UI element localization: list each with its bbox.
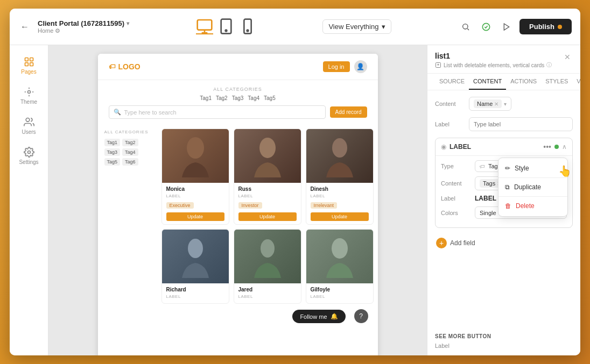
label-field-label-text: Label <box>441 195 470 202</box>
delete-icon: 🗑 <box>505 202 511 210</box>
categories-section: ALL CATEGORIES Tag1 Tag2 Tag3 Tag4 Tag5 <box>98 80 378 105</box>
collapse-button[interactable]: ∧ <box>562 143 567 151</box>
tag-item[interactable]: Tag5 <box>264 95 276 101</box>
sidebar-item-users[interactable]: Users <box>14 112 44 140</box>
breadcrumb: Home ⚙ <box>38 27 129 34</box>
sidebar-item-theme[interactable]: Theme <box>14 82 44 110</box>
left-filters: ALL CATEGORIES Tag1 Tag2 Tag3 Tag4 Tag5 … <box>98 124 157 308</box>
more-options-button[interactable]: ••• <box>543 142 551 151</box>
menu-item-style[interactable]: ✏ Style <box>498 160 567 176</box>
publish-button[interactable]: Publish <box>519 19 572 34</box>
card-info-russ: Russ LABEL Investor Update <box>234 183 301 224</box>
tag-item[interactable]: Tag2 <box>216 95 228 101</box>
tag-item[interactable]: Tag1 <box>200 95 212 101</box>
status-icon[interactable] <box>479 19 494 34</box>
card-gilfoyle: Gilfoyle LABEL <box>306 229 374 304</box>
page-canvas: 🏷 LOGO Log in 👤 ALL CATEGORIES Tag1 Tag2… <box>98 54 378 355</box>
label-actions: ••• ∧ <box>543 142 567 151</box>
canvas-header: 🏷 LOGO Log in 👤 <box>98 54 378 80</box>
label-header: ◉ LABEL ••• ∧ <box>436 138 572 156</box>
content-field-label: Content <box>441 180 470 187</box>
label-section: ◉ LABEL ••• ∧ ✏ Style <box>435 138 573 228</box>
desktop-icon[interactable] <box>196 19 213 34</box>
search-input-wrap[interactable]: 🔍 Type here to search <box>109 105 326 119</box>
label-value: LABEL <box>475 195 496 202</box>
filter-tag[interactable]: Tag1 <box>104 139 121 146</box>
panel-subtitle: List with deletable elements, vertical c… <box>435 61 552 69</box>
card-label-title-jared: LABEL <box>238 294 297 299</box>
svg-rect-9 <box>30 58 33 61</box>
sidebar-settings-label: Settings <box>19 159 38 165</box>
tag-item[interactable]: Tag4 <box>248 95 259 101</box>
play-icon[interactable] <box>499 19 514 34</box>
card-label-title-russ: LABEL <box>238 194 297 198</box>
help-button[interactable]: ? <box>354 309 368 323</box>
user-avatar: 👤 <box>354 60 367 73</box>
view-selector[interactable]: View Everything ▾ <box>322 19 391 34</box>
menu-item-duplicate[interactable]: ⧉ Duplicate <box>498 179 567 195</box>
card-image-dinesh <box>306 129 373 183</box>
add-field-icon: + <box>436 238 447 248</box>
card-info-richard: Richard LABEL <box>162 283 229 303</box>
filter-tag[interactable]: Tag3 <box>104 148 121 156</box>
card-tag-russ: Investor <box>238 202 262 209</box>
card-info-dinesh: Dinesh LABEL Irrelevant Update <box>306 183 373 224</box>
card-tag-monica: Executive <box>166 202 194 209</box>
back-button[interactable]: ← <box>18 20 31 33</box>
svg-point-12 <box>27 91 30 94</box>
sidebar-item-pages[interactable]: Pages <box>14 52 44 80</box>
top-bar: ← Client Portal (1672811595) ▾ Home ⚙ Vi <box>10 9 580 45</box>
tab-source[interactable]: SOURCE <box>435 74 469 90</box>
add-record-button[interactable]: Add record <box>330 106 367 118</box>
canvas-area: 🏷 LOGO Log in 👤 ALL CATEGORIES Tag1 Tag2… <box>48 45 427 355</box>
card-name-dinesh: Dinesh <box>311 186 369 192</box>
sidebar-item-settings[interactable]: Settings <box>14 142 44 170</box>
filter-tag[interactable]: Tag6 <box>122 158 138 166</box>
card-info-monica: Monica LABEL Executive Update <box>162 183 229 224</box>
filter-tag[interactable]: Tag5 <box>104 158 121 166</box>
menu-divider <box>498 177 567 178</box>
filter-tag[interactable]: Tag4 <box>122 148 138 156</box>
tab-styles[interactable]: STYLES <box>541 74 572 90</box>
menu-item-delete[interactable]: 🗑 Delete <box>498 198 567 214</box>
card-monica: Monica LABEL Executive Update <box>161 129 229 225</box>
login-button[interactable]: Log in <box>323 61 350 72</box>
filter-tag[interactable]: Tag2 <box>122 139 138 146</box>
svg-marker-7 <box>504 24 509 30</box>
search-icon[interactable] <box>458 19 473 34</box>
update-button-monica[interactable]: Update <box>166 212 224 221</box>
main-content: Pages Theme Users Settings 🏷 <box>10 45 580 355</box>
status-dot <box>554 145 559 149</box>
tab-visibility[interactable]: VISIBILITY <box>572 74 580 90</box>
sidebar-users-label: Users <box>22 129 36 135</box>
update-button-russ[interactable]: Update <box>238 212 297 221</box>
site-info: Client Portal (1672811595) ▾ Home ⚙ <box>38 19 129 34</box>
follow-me-button[interactable]: Follow me 🔔 <box>292 310 345 323</box>
svg-rect-11 <box>30 63 33 66</box>
publish-dot <box>558 25 562 29</box>
content-label: Content <box>435 101 465 107</box>
logo-icon: 🏷 <box>109 63 115 70</box>
tab-content[interactable]: CONTENT <box>469 74 506 90</box>
tag-type-icon: 🏷 <box>480 163 485 169</box>
card-image-russ <box>234 129 301 183</box>
update-button-dinesh[interactable]: Update <box>311 212 369 221</box>
close-button[interactable]: ✕ <box>562 52 573 62</box>
label-input[interactable] <box>469 117 573 131</box>
card-label-title: LABEL <box>166 194 224 198</box>
label-label: Label <box>435 121 465 127</box>
tab-actions[interactable]: ACTIONS <box>506 74 541 90</box>
sidebar-theme-label: Theme <box>20 99 37 105</box>
panel-title-area: list1 List with deletable elements, vert… <box>435 52 552 69</box>
content-tags-selector[interactable]: Name ✕ ▾ <box>469 97 511 111</box>
tag-item[interactable]: Tag3 <box>232 95 244 101</box>
tablet-icon[interactable] <box>217 19 235 34</box>
site-name[interactable]: Client Portal (1672811595) ▾ <box>38 19 129 27</box>
site-dropdown-arrow: ▾ <box>127 20 129 26</box>
colors-label: Colors <box>441 210 470 216</box>
tag-remove-icon[interactable]: ✕ <box>494 101 498 107</box>
card-russ: Russ LABEL Investor Update <box>234 129 301 225</box>
add-field-button[interactable]: + Add field <box>435 234 573 252</box>
mobile-icon[interactable] <box>239 19 256 34</box>
card-label-title-dinesh: LABEL <box>311 194 369 198</box>
